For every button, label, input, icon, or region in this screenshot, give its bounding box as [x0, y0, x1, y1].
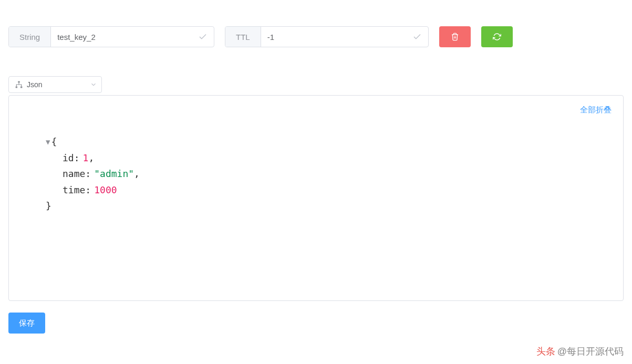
delete-button[interactable]: [439, 26, 471, 47]
json-key: id: [63, 152, 74, 163]
toolbar: String TTL: [8, 26, 624, 47]
svg-rect-1: [16, 87, 17, 88]
json-root-close: }: [46, 198, 612, 214]
ttl-label: TTL: [225, 27, 261, 47]
json-row: id:1,: [46, 150, 612, 167]
json-row: name:"admin",: [46, 166, 612, 182]
save-button[interactable]: 保存: [8, 313, 45, 334]
check-icon[interactable]: [198, 27, 214, 47]
refresh-button[interactable]: [481, 26, 513, 47]
refresh-icon: [493, 33, 501, 41]
svg-rect-0: [18, 81, 20, 83]
json-value: 1000: [94, 184, 117, 195]
json-tree[interactable]: ▼{ id:1, name:"admin", time:1000 }: [46, 134, 612, 214]
svg-rect-2: [20, 87, 23, 88]
watermark-brand: 头条: [536, 345, 555, 358]
json-key: name: [63, 168, 85, 179]
watermark: 头条 @每日开源代码: [536, 345, 624, 358]
json-key: time: [63, 184, 85, 195]
type-label: String: [9, 27, 51, 47]
ttl-input[interactable]: [261, 27, 412, 47]
check-icon[interactable]: [412, 27, 428, 47]
key-input[interactable]: [51, 27, 198, 47]
json-value: "admin": [94, 168, 134, 179]
tree-icon: [13, 81, 25, 88]
json-root-open[interactable]: ▼{: [46, 134, 612, 150]
format-row: Json: [8, 76, 624, 93]
trash-icon: [451, 33, 459, 41]
watermark-text: @每日开源代码: [557, 345, 624, 358]
caret-down-icon[interactable]: ▼: [46, 136, 50, 149]
json-row: time:1000: [46, 182, 612, 199]
format-selector[interactable]: Json: [8, 76, 102, 93]
json-value: 1: [83, 152, 89, 163]
key-input-group[interactable]: String: [8, 26, 214, 47]
ttl-input-group[interactable]: TTL: [225, 26, 429, 47]
collapse-all-link[interactable]: 全部折叠: [580, 105, 612, 115]
json-viewer: 全部折叠 ▼{ id:1, name:"admin", time:1000 }: [8, 95, 624, 301]
chevron-down-icon: [90, 81, 97, 88]
format-label: Json: [25, 80, 90, 89]
